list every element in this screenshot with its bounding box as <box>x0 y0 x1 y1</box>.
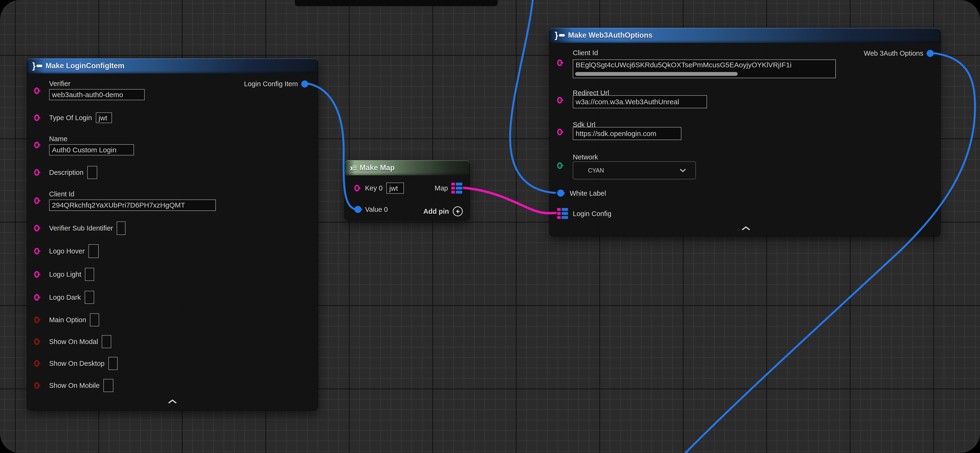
node-header-make-web3authoptions[interactable]: } Make Web3AuthOptions <box>549 28 940 43</box>
verifier-input[interactable]: web3auth-auth0-demo <box>49 89 145 100</box>
type-of-login-input[interactable]: jwt <box>96 112 112 123</box>
logo-light-input[interactable] <box>85 268 94 281</box>
pin-sdk-url[interactable] <box>557 129 562 135</box>
node-header-make-loginconfigitem[interactable]: } Make LoginConfigItem <box>27 58 318 73</box>
map-pin-cell <box>456 187 462 190</box>
client-id-input[interactable]: 294QRkchfq2YaXUbPri7D6PH7xzHgQMT <box>49 200 216 211</box>
sdk-url-input[interactable]: https://sdk.openlogin.com <box>573 127 681 140</box>
output-row-map: Map <box>435 183 462 193</box>
logo-hover-input[interactable] <box>89 244 99 258</box>
wire-top-to-white-label[interactable] <box>510 0 555 193</box>
map-pin-cell <box>557 208 561 211</box>
pin-network[interactable] <box>557 162 562 169</box>
main-option-checkbox[interactable] <box>90 314 99 326</box>
row-key-0: Key 0 jwt <box>365 183 404 194</box>
white-label-label: White Label <box>570 190 606 197</box>
pin-verifier-sub-identifier[interactable] <box>34 225 39 231</box>
pin-verifier[interactable] <box>34 87 39 94</box>
logo-hover-label: Logo Hover <box>49 247 85 255</box>
network-dropdown[interactable]: CYAN <box>573 162 696 179</box>
node-make-map[interactable]: ›≡ Make Map Key 0 jwt Map Value 0 <box>344 160 470 220</box>
map-pin-cell <box>451 183 455 185</box>
offscreen-node-edge <box>295 0 498 6</box>
node-make-web3authoptions[interactable]: } Make Web3AuthOptions Web 3Auth Options… <box>549 27 941 236</box>
row-show-on-desktop: Show On Desktop <box>49 357 118 370</box>
row-show-on-mobile: Show On Mobile <box>49 379 113 392</box>
map-pin-cell <box>562 216 568 219</box>
row-main-option: Main Option <box>49 314 99 326</box>
pin-white-label[interactable] <box>557 190 564 196</box>
map-pin-cell <box>562 208 568 211</box>
key-0-input[interactable]: jwt <box>387 183 404 194</box>
verifier-label: Verifier <box>49 80 145 88</box>
collapse-chevron-icon[interactable] <box>741 226 751 232</box>
map-pin-cell <box>562 212 568 215</box>
show-on-modal-label: Show On Modal <box>49 338 98 346</box>
show-on-desktop-label: Show On Desktop <box>49 360 105 367</box>
output-row-web3auth-options: Web 3Auth Options <box>864 49 934 57</box>
pin-key-0[interactable] <box>354 185 360 192</box>
make-struct-icon: } <box>32 61 42 71</box>
map-pin-cell <box>451 191 455 193</box>
network-label: Network <box>573 153 598 161</box>
make-map-icon: ›≡ <box>350 163 356 173</box>
pin-description[interactable] <box>34 169 39 176</box>
map-pin-icon[interactable] <box>451 183 462 193</box>
value-0-label: Value 0 <box>365 206 388 214</box>
pin-main-option[interactable] <box>34 317 39 323</box>
wire-map-to-login-config[interactable] <box>464 188 555 213</box>
node-make-loginconfigitem[interactable]: } Make LoginConfigItem Login Config Item <box>27 58 318 410</box>
show-on-desktop-checkbox[interactable] <box>108 357 118 370</box>
map-pin-cell <box>456 183 462 185</box>
add-pin-plus-icon: + <box>453 206 463 216</box>
pin-redirect-url[interactable] <box>557 97 562 103</box>
show-on-modal-checkbox[interactable] <box>102 335 111 348</box>
network-selected-value: CYAN <box>588 167 679 174</box>
client-id-input[interactable]: BEglQSgt4cUWcj6SKRdu5QkOXTsePmMcusG5EAoy… <box>573 59 836 78</box>
node-header-make-map[interactable]: ›≡ Make Map <box>345 160 469 175</box>
output-row-login-config-item: Login Config Item <box>244 80 308 88</box>
login-config-label: Login Config <box>573 210 611 218</box>
key-0-label: Key 0 <box>365 184 383 192</box>
verifier-sub-identifier-label: Verifier Sub Identifier <box>49 224 113 232</box>
logo-dark-input[interactable] <box>85 291 94 304</box>
pin-show-on-modal[interactable] <box>34 338 39 345</box>
name-input[interactable]: Auth0 Custom Login <box>49 144 134 155</box>
row-description: Description <box>49 166 97 179</box>
row-show-on-modal: Show On Modal <box>49 335 111 348</box>
row-client-id: Client Id 294QRkchfq2YaXUbPri7D6PH7xzHgQ… <box>49 190 216 211</box>
web3auth-options-output-label: Web 3Auth Options <box>864 49 923 57</box>
collapse-chevron-icon[interactable] <box>167 399 177 405</box>
redirect-url-input[interactable]: w3a://com.w3a.Web3AuthUnreal <box>573 95 707 108</box>
client-id-hscrollbar[interactable] <box>575 72 738 76</box>
node-title: Make Web3AuthOptions <box>568 31 652 40</box>
show-on-mobile-checkbox[interactable] <box>103 379 113 392</box>
map-pin-cell <box>557 212 561 215</box>
pin-client-id[interactable] <box>34 197 39 204</box>
pin-logo-light[interactable] <box>34 271 39 278</box>
show-on-mobile-label: Show On Mobile <box>49 382 100 390</box>
row-logo-dark: Logo Dark <box>49 291 94 304</box>
description-label: Description <box>49 169 83 176</box>
add-pin-button[interactable]: Add pin + <box>423 206 463 216</box>
client-id-value: BEglQSgt4cUWcj6SKRdu5QkOXTsePmMcusG5EAoy… <box>576 61 791 69</box>
row-verifier: Verifier web3auth-auth0-demo <box>49 80 145 100</box>
pin-show-on-mobile[interactable] <box>34 382 39 389</box>
node-title: Make Map <box>360 163 395 172</box>
pin-logo-hover[interactable] <box>34 248 39 255</box>
output-label: Login Config Item <box>244 80 298 88</box>
pin-login-config-item-out[interactable] <box>301 80 308 87</box>
blueprint-graph-canvas[interactable]: } Make LoginConfigItem Login Config Item <box>0 0 980 453</box>
pin-name[interactable] <box>34 142 39 148</box>
node-title: Make LoginConfigItem <box>46 62 124 70</box>
pin-type-of-login[interactable] <box>34 114 39 121</box>
description-input[interactable] <box>87 166 97 179</box>
add-pin-label: Add pin <box>423 207 449 215</box>
verifier-sub-identifier-input[interactable] <box>117 222 126 235</box>
row-logo-light: Logo Light <box>49 268 94 281</box>
pin-client-id[interactable] <box>557 59 562 66</box>
pin-logo-dark[interactable] <box>34 294 39 301</box>
pin-show-on-desktop[interactable] <box>34 360 39 367</box>
pin-login-config[interactable] <box>557 208 568 219</box>
map-pin-cell <box>451 187 455 190</box>
